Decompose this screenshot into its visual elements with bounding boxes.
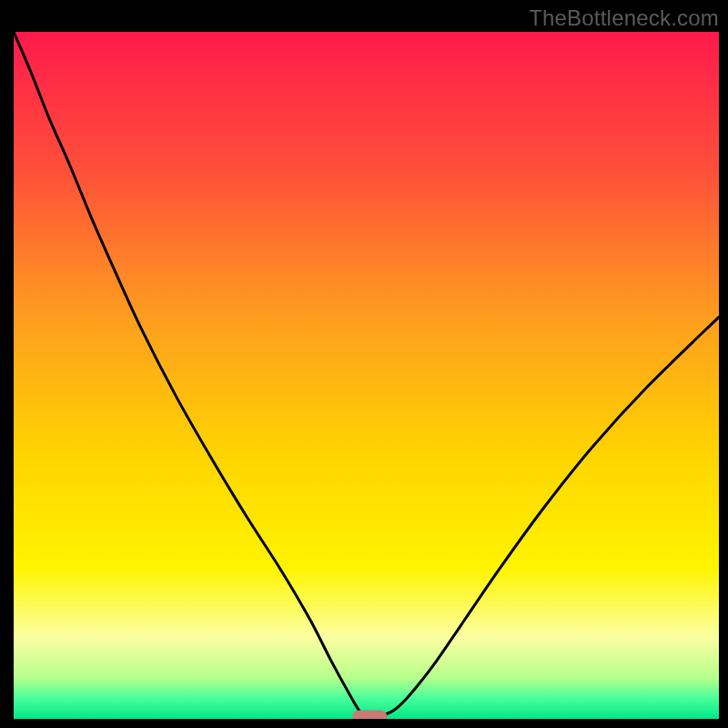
chart-stage: TheBottleneck.com <box>0 0 728 728</box>
chart-background-gradient <box>14 32 719 719</box>
watermark-text: TheBottleneck.com <box>529 5 719 31</box>
bottleneck-chart <box>0 0 728 728</box>
